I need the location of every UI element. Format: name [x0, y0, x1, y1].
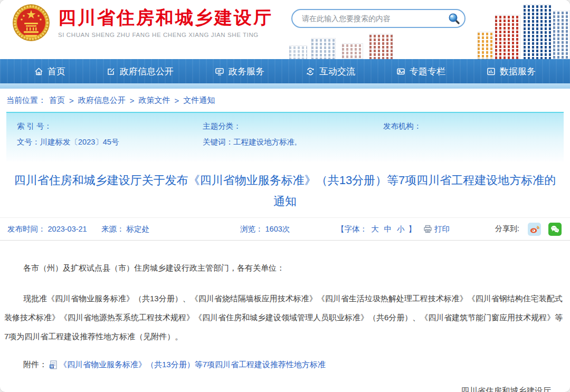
breadcrumb-label: 当前位置：: [6, 95, 46, 106]
search-button[interactable]: [446, 11, 461, 26]
attachment-row: 附件： W 《四川省物业服务标准》（共13分册）等7项四川省工程建设推荐性地方标…: [4, 360, 566, 370]
print-label: 打印: [434, 224, 450, 234]
breadcrumb-separator: >: [175, 96, 179, 105]
nav-item-topics[interactable]: 专题专栏: [396, 65, 445, 78]
font-size-medium-button[interactable]: 中: [384, 224, 392, 234]
site-subtitle: SI CHUAN SHENG ZHU FANG HE CHENG XIANG J…: [58, 32, 273, 38]
share-wechat-button[interactable]: [548, 223, 562, 236]
field-label: 主题分类：: [203, 122, 241, 130]
source: 来源：标定处: [101, 218, 149, 240]
nav-item-home[interactable]: 首页: [34, 65, 65, 78]
building-illustration: [495, 15, 520, 59]
search-icon: [448, 12, 460, 25]
breadcrumb-link-policy-documents[interactable]: 政策文件: [139, 95, 170, 106]
publish-date-label: 发布时间：: [7, 224, 46, 234]
nav-substrip: [0, 83, 570, 89]
document-info-panel: 索 引 号： 主题分类： 发布机构： 文号：川建标发〔2023〕45号 关键词：…: [6, 112, 564, 161]
share-weibo-button[interactable]: [528, 223, 541, 236]
search-input[interactable]: [301, 14, 446, 23]
publish-date: 发布时间：2023-03-21: [7, 218, 87, 240]
nav-item-label: 专题专栏: [410, 65, 445, 78]
article-body: 各市（州）及扩权试点县（市）住房城乡建设行政主管部门，各有关单位： 现批准《四川…: [0, 259, 570, 392]
home-icon: [34, 67, 43, 76]
page: 四川省住房和城乡建设厅 SI CHUAN SHENG ZHU FANG HE C…: [0, 0, 570, 392]
info-disclosure-icon: [107, 67, 116, 76]
print-icon: [423, 225, 432, 233]
article-title: 四川省住房和城乡建设厅关于发布《四川省物业服务标准》（共13分册）等7项四川省工…: [11, 170, 559, 212]
breadcrumb-link-home[interactable]: 首页: [49, 95, 65, 106]
view-count: 浏览：1603次: [240, 218, 290, 240]
field-label: 发布机构：: [383, 122, 422, 130]
nav-item-info-disclosure[interactable]: 政府信息公开: [107, 65, 174, 78]
site-title-block: 四川省住房和城乡建设厅 SI CHUAN SHENG ZHU FANG HE C…: [58, 7, 273, 37]
field-label: 关键词：: [203, 138, 233, 146]
info-field-docno: 文号：川建标发〔2023〕45号: [17, 137, 203, 147]
info-field-agency: 发布机构：: [383, 121, 564, 131]
breadcrumb-link-info-disclosure[interactable]: 政府信息公开: [78, 95, 126, 106]
article-meta-bar: 发布时间：2023-03-21 来源：标定处 浏览：1603次 【字体： 大 中…: [0, 217, 570, 241]
search-box: [291, 9, 466, 28]
nav-item-label: 互动交流: [319, 65, 355, 78]
share-group: 分享到:: [495, 218, 562, 240]
gov-service-icon: [215, 67, 224, 76]
svg-text:W: W: [50, 365, 54, 368]
nav-item-interaction[interactable]: 互动交流: [306, 65, 355, 78]
field-value: 川建标发〔2023〕45号: [40, 138, 119, 146]
signature: 四川省住房和城乡建设厅: [4, 386, 551, 392]
site-logo[interactable]: 四川省住房和城乡建设厅 SI CHUAN SHENG ZHU FANG HE C…: [12, 3, 273, 42]
site-header: 四川省住房和城乡建设厅 SI CHUAN SHENG ZHU FANG HE C…: [0, 0, 570, 59]
font-size-large-button[interactable]: 大: [371, 224, 379, 234]
field-value: 工程建设地方标准,: [233, 138, 297, 146]
info-field-topic: 主题分类：: [203, 121, 383, 131]
building-illustration: [524, 4, 551, 59]
national-emblem-icon: [12, 3, 51, 42]
font-size-suffix: 】: [408, 224, 416, 234]
paragraph-salutation: 各市（州）及扩权试点县（市）住房城乡建设行政主管部门，各有关单位：: [4, 259, 566, 278]
building-illustration: [553, 11, 570, 59]
nav-item-label: 政务服务: [229, 65, 264, 78]
font-size-small-button[interactable]: 小: [397, 224, 405, 234]
building-illustration: [342, 43, 363, 59]
breadcrumb-separator: >: [130, 96, 135, 105]
print-button[interactable]: 打印: [423, 218, 450, 240]
paragraph-body: 现批准《四川省物业服务标准》（共13分册）、《四川省烧结隔墙板应用技术标准》《四…: [4, 289, 566, 346]
field-label: 文号：: [17, 138, 40, 146]
nav-item-gov-service[interactable]: 政务服务: [215, 65, 264, 78]
font-size-prefix: 【字体：: [337, 224, 367, 234]
wechat-icon: [550, 224, 560, 234]
breadcrumb-link-document-notices[interactable]: 文件通知: [183, 95, 215, 106]
building-illustration: [311, 38, 336, 59]
nav-item-label: 政府信息公开: [120, 65, 174, 78]
attachment-link[interactable]: 《四川省物业服务标准》（共13分册）等7项四川省工程建设推荐性地方标准: [59, 360, 326, 370]
interaction-icon: [306, 67, 315, 76]
field-label: 索 引 号：: [17, 122, 52, 130]
font-size-control: 【字体： 大 中 小 】: [337, 218, 416, 240]
weibo-icon: [529, 224, 539, 234]
attachment-label: 附件：: [23, 360, 47, 370]
nav-item-data-service[interactable]: 数据服务: [487, 65, 536, 78]
nav-item-label: 首页: [48, 65, 65, 78]
word-document-icon: W: [49, 360, 57, 369]
info-field-keywords: 关键词：工程建设地方标准,: [203, 137, 383, 147]
share-label: 分享到:: [495, 224, 519, 234]
building-illustration: [369, 34, 393, 59]
building-illustration: [478, 32, 493, 59]
building-illustration: [289, 45, 307, 59]
breadcrumb: 当前位置： 首页 > 政府信息公开 > 政策文件 > 文件通知: [0, 89, 570, 112]
view-count-label: 浏览：: [240, 224, 263, 234]
main-nav: 首页 政府信息公开 政务服务 互动交流 专题专栏: [0, 59, 570, 83]
info-field-index: 索 引 号：: [17, 121, 203, 131]
view-count-value: 1603次: [265, 224, 290, 234]
publish-date-value: 2023-03-21: [48, 225, 87, 233]
topics-icon: [396, 67, 405, 76]
breadcrumb-separator: >: [69, 96, 74, 105]
source-value: 标定处: [127, 224, 150, 234]
data-service-icon: [487, 67, 496, 76]
site-title: 四川省住房和城乡建设厅: [58, 7, 273, 28]
nav-item-label: 数据服务: [500, 65, 536, 78]
source-label: 来源：: [101, 224, 125, 234]
